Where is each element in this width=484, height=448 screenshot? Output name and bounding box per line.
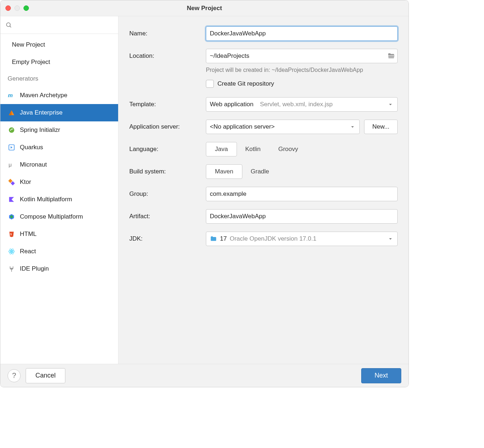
jdk-select[interactable]: 17 Oracle OpenJDK version 17.0.1 — [206, 232, 398, 246]
sidebar-item-spring-initializr[interactable]: Spring Initializr — [0, 121, 118, 139]
language-option-java[interactable]: Java — [206, 142, 237, 156]
react-icon — [8, 247, 16, 255]
template-select[interactable]: Web application Servlet, web.xml, index.… — [206, 97, 398, 112]
ktor-icon — [8, 178, 16, 186]
artifact-input[interactable] — [206, 209, 398, 224]
language-option-groovy[interactable]: Groovy — [269, 142, 307, 156]
sidebar-item-kotlin-multiplatform[interactable]: Kotlin Multiplatform — [0, 191, 118, 208]
artifact-label: Artifact: — [129, 213, 206, 220]
window-title: New Project — [0, 5, 409, 12]
git-checkbox-label: Create Git repository — [217, 80, 274, 87]
build-option-maven[interactable]: Maven — [206, 164, 242, 179]
sidebar-item-ide-plugin[interactable]: IDE Plugin — [0, 260, 118, 277]
html5-icon: 5 — [8, 230, 16, 238]
git-checkbox-row[interactable]: Create Git repository — [206, 80, 398, 88]
sidebar-item-label: Quarkus — [20, 144, 43, 151]
help-button[interactable]: ? — [8, 369, 21, 382]
sidebar-item-quarkus[interactable]: Quarkus — [0, 139, 118, 156]
bottom-bar: ? Cancel Next — [0, 364, 409, 387]
chevron-down-icon — [387, 101, 394, 108]
sidebar: New Project Empty Project Generators m M… — [0, 16, 118, 364]
sidebar-list: New Project Empty Project Generators m M… — [0, 34, 118, 277]
sidebar-item-label: React — [20, 248, 36, 255]
name-label: Name: — [129, 30, 206, 37]
svg-point-11 — [11, 251, 12, 252]
language-label: Language: — [129, 146, 206, 153]
kotlin-icon — [8, 195, 16, 203]
svg-point-0 — [7, 23, 10, 27]
group-label: Group: — [129, 190, 206, 198]
build-label: Build system: — [129, 168, 206, 175]
name-input[interactable] — [206, 26, 398, 41]
sidebar-item-label: HTML — [20, 231, 36, 238]
next-button[interactable]: Next — [361, 368, 401, 383]
sidebar-item-react[interactable]: React — [0, 243, 118, 260]
jdk-description: Oracle OpenJDK version 17.0.1 — [230, 235, 384, 242]
sidebar-item-micronaut[interactable]: μ Micronaut — [0, 156, 118, 173]
sidebar-item-java-enterprise[interactable]: Java Enterprise — [0, 104, 118, 121]
git-checkbox[interactable] — [206, 80, 214, 88]
location-label: Location: — [129, 52, 206, 60]
location-hint: Project will be created in: ~/IdeaProjec… — [206, 67, 398, 73]
search-input[interactable] — [14, 20, 114, 30]
micronaut-icon: μ — [8, 161, 16, 169]
dialog-body: New Project Empty Project Generators m M… — [0, 16, 409, 364]
chevron-down-icon — [349, 124, 356, 130]
sidebar-item-label: Kotlin Multiplatform — [20, 196, 72, 203]
spring-icon — [8, 126, 16, 134]
sidebar-item-label: Maven Archetype — [20, 92, 67, 99]
compose-icon — [8, 213, 16, 221]
browse-folder-button[interactable] — [385, 49, 397, 63]
sidebar-item-html[interactable]: 5 HTML — [0, 225, 118, 243]
sidebar-item-label: Spring Initializr — [20, 126, 60, 134]
template-value: Web application — [210, 101, 254, 108]
template-hint: Servlet, web.xml, index.jsp — [260, 101, 387, 108]
jdk-label: JDK: — [129, 235, 206, 242]
sidebar-item-compose-multiplatform[interactable]: Compose Multiplatform — [0, 208, 118, 225]
sidebar-section-generators: Generators — [0, 71, 118, 87]
sidebar-item-empty-project[interactable]: Empty Project — [0, 53, 118, 71]
new-project-window: New Project New Project Empty Project — [0, 0, 409, 387]
svg-line-1 — [10, 26, 11, 27]
appserver-value: <No application server> — [210, 123, 349, 130]
svg-text:m: m — [8, 92, 13, 98]
maven-icon: m — [8, 91, 16, 99]
titlebar: New Project — [0, 0, 409, 16]
build-option-gradle[interactable]: Gradle — [242, 164, 278, 179]
template-label: Template: — [129, 101, 206, 108]
sidebar-item-ktor[interactable]: Ktor — [0, 173, 118, 191]
svg-text:5: 5 — [10, 233, 12, 236]
group-input[interactable] — [206, 187, 398, 201]
quarkus-icon — [8, 143, 16, 151]
appserver-select[interactable]: <No application server> — [206, 120, 360, 134]
sidebar-item-label: New Project — [12, 41, 45, 48]
sidebar-item-label: Empty Project — [12, 59, 50, 66]
sidebar-item-label: Ktor — [20, 178, 31, 186]
plugin-icon — [8, 265, 16, 273]
sidebar-item-label: Compose Multiplatform — [20, 213, 83, 220]
sidebar-item-new-project[interactable]: New Project — [0, 36, 118, 53]
location-field-wrap — [206, 49, 398, 63]
sidebar-item-label: Java Enterprise — [20, 109, 62, 116]
sidebar-item-maven-archetype[interactable]: m Maven Archetype — [0, 87, 118, 104]
jdk-folder-icon — [210, 235, 217, 242]
svg-point-3 — [9, 128, 14, 133]
location-input[interactable] — [206, 49, 385, 63]
sidebar-item-label: Micronaut — [20, 161, 47, 168]
appserver-label: Application server: — [129, 123, 206, 130]
chevron-down-icon — [387, 236, 394, 242]
search-icon — [5, 22, 12, 28]
language-option-kotlin[interactable]: Kotlin — [237, 142, 270, 156]
jdk-version: 17 — [220, 235, 227, 242]
java-ee-icon — [8, 109, 16, 117]
svg-text:μ: μ — [9, 161, 12, 168]
search-row — [0, 16, 118, 34]
main-panel: Name: Location: Project will be created … — [118, 16, 409, 364]
new-appserver-button[interactable]: New... — [364, 120, 398, 134]
sidebar-item-label: IDE Plugin — [20, 265, 49, 272]
cancel-button[interactable]: Cancel — [26, 368, 65, 383]
